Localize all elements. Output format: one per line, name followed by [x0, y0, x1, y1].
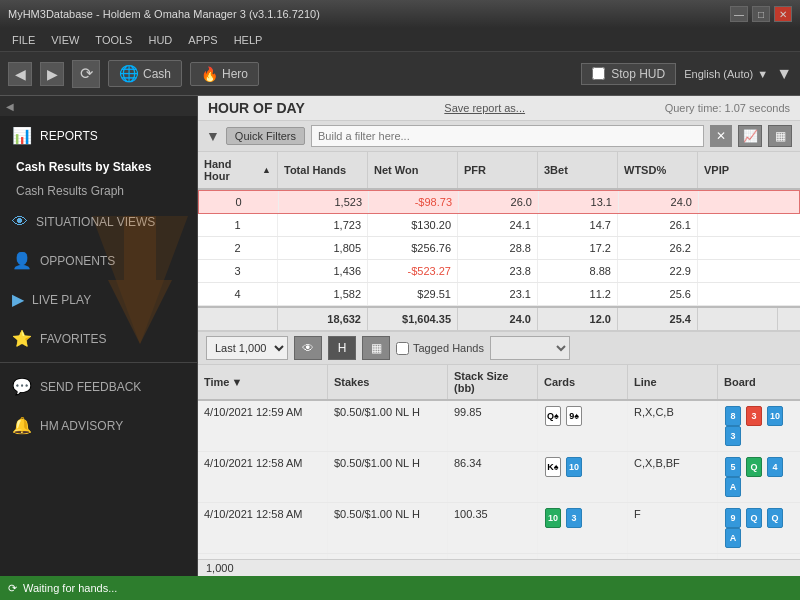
td-3bet: 17.2	[538, 237, 618, 259]
sidebar-item-situational[interactable]: 👁 SITUATIONAL VIEWS	[0, 203, 197, 241]
hands-data-row[interactable]: 4/10/2021 12:59 AM $0.50/$1.00 NL H 99.8…	[198, 401, 800, 452]
hands-table: Time ▼ Stakes Stack Size (bb) Cards Line…	[198, 365, 800, 559]
board-card: 10	[767, 406, 783, 426]
sidebar-reports-label: REPORTS	[40, 129, 98, 143]
filter-funnel-icon[interactable]: ▼	[206, 128, 220, 144]
sidebar-item-reports[interactable]: 📊 REPORTS	[0, 116, 197, 155]
tagged-hands-checkbox[interactable]	[396, 342, 409, 355]
td-hand-hour: 4	[198, 283, 278, 305]
fire-icon: 🔥	[201, 66, 218, 82]
stop-hud-label: Stop HUD	[611, 67, 665, 81]
window-controls: — □ ✕	[730, 6, 792, 22]
tf-3bet: 12.0	[538, 308, 618, 330]
htd-cards: K♠ 10	[538, 452, 628, 502]
hth-cards[interactable]: Cards	[538, 365, 628, 399]
th-pfr[interactable]: PFR	[458, 152, 538, 188]
hth-line[interactable]: Line	[628, 365, 718, 399]
td-hand-hour: 1	[198, 214, 278, 236]
htd-stakes: $0.50/$1.00 NL H	[328, 452, 448, 502]
filter-grid-button[interactable]: ▦	[768, 125, 792, 147]
stop-hud-checkbox[interactable]	[592, 67, 605, 80]
h-button[interactable]: H	[328, 336, 356, 360]
th-wtsd[interactable]: WTSD%	[618, 152, 698, 188]
td-vpip	[698, 283, 778, 305]
language-selector[interactable]: English (Auto) ▼	[684, 68, 768, 80]
th-total-hands[interactable]: Total Hands	[278, 152, 368, 188]
cash-tab[interactable]: 🌐 Cash	[108, 60, 182, 87]
card: 10	[566, 457, 582, 477]
filter-icon[interactable]: ▼	[776, 65, 792, 83]
card: Q♠	[545, 406, 561, 426]
htd-stakes: $0.50/$1.00 NL H	[328, 401, 448, 451]
th-vpip[interactable]: VPIP	[698, 152, 778, 188]
htd-cards: Q♠ 9♠	[538, 401, 628, 451]
back-button[interactable]: ◀	[8, 62, 32, 86]
menu-view[interactable]: VIEW	[43, 32, 87, 48]
table-row[interactable]: 1 1,723 $130.20 24.1 14.7 26.1	[198, 214, 800, 237]
board-card: 8	[725, 406, 741, 426]
tf-total-hands: 18,632	[278, 308, 368, 330]
hth-stakes[interactable]: Stakes	[328, 365, 448, 399]
td-vpip	[699, 191, 779, 213]
sidebar-item-send-feedback[interactable]: 💬 SEND FEEDBACK	[0, 367, 197, 406]
htd-cards: 10 3	[538, 503, 628, 553]
close-button[interactable]: ✕	[774, 6, 792, 22]
hands-data-row[interactable]: 4/10/2021 12:58 AM $0.50/$1.00 NL H 86.3…	[198, 452, 800, 503]
menu-help[interactable]: HELP	[226, 32, 271, 48]
main-area: ◀ 📊 REPORTS Cash Results by Stakes Cash …	[0, 96, 800, 576]
opponents-icon: 👤	[12, 251, 32, 270]
tagged-hands-dropdown[interactable]	[490, 336, 570, 360]
eye-button[interactable]: 👁	[294, 336, 322, 360]
sidebar-item-live-play[interactable]: ▶ LIVE PLAY	[0, 280, 197, 319]
hth-board[interactable]: Board	[718, 365, 800, 399]
th-net-won[interactable]: Net Won	[368, 152, 458, 188]
filter-input[interactable]	[311, 125, 704, 147]
filter-clear-button[interactable]: ✕	[710, 125, 732, 147]
sidebar-sub-cash-results-stakes[interactable]: Cash Results by Stakes	[0, 155, 197, 179]
range-select[interactable]: Last 1,000 Last 500 Last 100 All	[206, 336, 288, 360]
filter-chart-button[interactable]: 📈	[738, 125, 762, 147]
td-net-won: $256.76	[368, 237, 458, 259]
sidebar-item-favorites[interactable]: ⭐ FAVORITES	[0, 319, 197, 358]
page-title: HOUR OF DAY	[208, 100, 305, 116]
table-row[interactable]: 2 1,805 $256.76 28.8 17.2 26.2	[198, 237, 800, 260]
menu-hud[interactable]: HUD	[140, 32, 180, 48]
th-hand-hour[interactable]: Hand Hour ▲	[198, 152, 278, 188]
sidebar-item-opponents[interactable]: 👤 OPPONENTS	[0, 241, 197, 280]
stop-hud-button[interactable]: Stop HUD	[581, 63, 676, 85]
td-hand-hour: 0	[199, 191, 279, 213]
htd-time: 4/10/2021 12:59 AM	[198, 401, 328, 451]
refresh-button[interactable]: ⟳	[72, 60, 100, 88]
th-3bet[interactable]: 3Bet	[538, 152, 618, 188]
send-feedback-icon: 💬	[12, 377, 32, 396]
menu-file[interactable]: FILE	[4, 32, 43, 48]
board-card: Q	[746, 508, 762, 528]
maximize-button[interactable]: □	[752, 6, 770, 22]
td-net-won: $29.51	[368, 283, 458, 305]
forward-button[interactable]: ▶	[40, 62, 64, 86]
hth-stack-size[interactable]: Stack Size (bb)	[448, 365, 538, 399]
table-row[interactable]: 0 1,523 -$98.73 26.0 13.1 24.0	[198, 190, 800, 214]
menu-apps[interactable]: APPS	[180, 32, 225, 48]
table-row[interactable]: 3 1,436 -$523.27 23.8 8.88 22.9	[198, 260, 800, 283]
sidebar: ◀ 📊 REPORTS Cash Results by Stakes Cash …	[0, 96, 198, 576]
situational-icon: 👁	[12, 213, 28, 231]
hands-data-row[interactable]: 4/10/2021 12:58 AM $0.50/$1.00 NL H 100.…	[198, 503, 800, 554]
hero-tab[interactable]: 🔥 Hero	[190, 62, 259, 86]
footer-count: 1,000	[198, 559, 800, 576]
menu-tools[interactable]: TOOLS	[87, 32, 140, 48]
minimize-button[interactable]: —	[730, 6, 748, 22]
grid-button[interactable]: ▦	[362, 336, 390, 360]
hth-time[interactable]: Time ▼	[198, 365, 328, 399]
live-play-icon: ▶	[12, 290, 24, 309]
sidebar-divider	[0, 362, 197, 363]
table-row[interactable]: 4 1,582 $29.51 23.1 11.2 25.6	[198, 283, 800, 306]
sidebar-item-hm-advisory[interactable]: 🔔 HM ADVISORY	[0, 406, 197, 445]
lower-section: Last 1,000 Last 500 Last 100 All 👁 H ▦ T…	[198, 332, 800, 576]
quick-filters-button[interactable]: Quick Filters	[226, 127, 305, 145]
save-report-link[interactable]: Save report as...	[444, 102, 525, 114]
sidebar-collapse-button[interactable]: ◀	[0, 96, 197, 116]
td-pfr: 23.1	[458, 283, 538, 305]
lang-label: English (Auto)	[684, 68, 753, 80]
sidebar-sub-cash-results-graph[interactable]: Cash Results Graph	[0, 179, 197, 203]
